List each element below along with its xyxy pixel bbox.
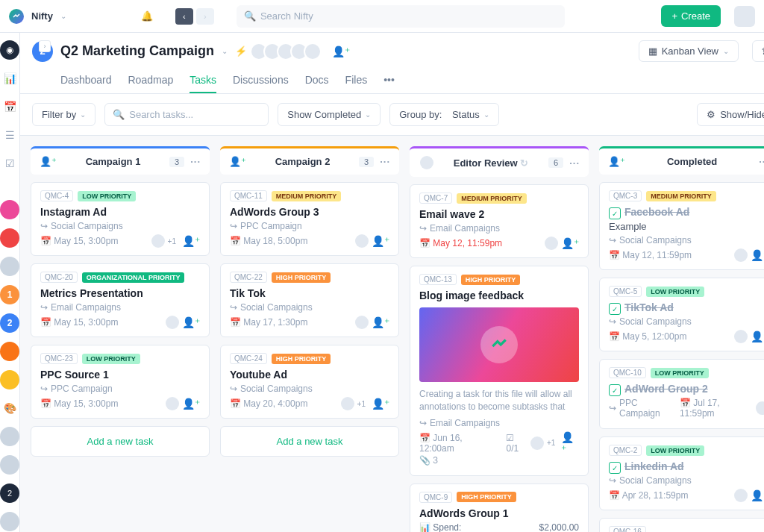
user-avatar-3[interactable] bbox=[0, 512, 19, 531]
column-menu[interactable]: ··· bbox=[190, 156, 201, 167]
column-title: Campaign 2 bbox=[252, 156, 353, 167]
list-icon[interactable]: ☰ bbox=[0, 125, 19, 145]
task-card[interactable]: QMC-23LOW PRIORITYPPC Source 1↪PPC Campa… bbox=[31, 345, 210, 419]
workspace-chevron-icon[interactable]: ⌄ bbox=[60, 12, 66, 20]
user-avatar[interactable] bbox=[734, 6, 755, 27]
brand-name[interactable]: Nifty bbox=[31, 10, 53, 22]
create-button[interactable]: +Create bbox=[661, 5, 721, 27]
project-icon-3[interactable] bbox=[0, 257, 19, 276]
project-badge-1[interactable]: 1 bbox=[0, 285, 19, 304]
member-avatars[interactable] bbox=[254, 43, 322, 60]
sidebar: ◉ 📊 📅 ☰ ☑ 1 2 🎨 2 bbox=[0, 33, 20, 532]
show-completed-button[interactable]: Show Completed⌄ bbox=[278, 103, 381, 126]
project-icon-6[interactable]: 🎨 bbox=[0, 398, 19, 418]
add-assignee[interactable]: 👤⁺ bbox=[372, 316, 389, 328]
assignee-avatar[interactable] bbox=[355, 234, 369, 248]
global-search[interactable]: 🔍 Search Nifty bbox=[237, 5, 565, 28]
project-badge-2[interactable]: 2 bbox=[0, 313, 19, 333]
add-assignee[interactable]: 👤⁺ bbox=[561, 237, 579, 249]
bolt-icon[interactable]: ⚡ bbox=[235, 46, 247, 57]
task-card[interactable]: QMC-7MEDIUM PRIORITYEmail wave 2↪Email C… bbox=[410, 184, 589, 258]
notification-bell-icon[interactable]: 🔔 bbox=[141, 10, 153, 22]
add-assignee[interactable]: 👤⁺ bbox=[182, 316, 200, 328]
task-card[interactable]: QMC-11MEDIUM PRIORITYAdWords Group 3↪PPC… bbox=[220, 182, 399, 256]
task-card[interactable]: QMC-3MEDIUM PRIORITY✓Facebook AdExample↪… bbox=[599, 182, 764, 270]
tab-docs[interactable]: Docs bbox=[305, 68, 329, 93]
task-card[interactable]: QMC-10LOW PRIORITY✓AdWord Group 2↪PPC Ca… bbox=[599, 359, 764, 429]
project-icon-2[interactable] bbox=[0, 228, 19, 248]
task-card[interactable]: QMC-16✓Monday Meeting📅 Apr 25, 11:59pm+1 bbox=[599, 518, 764, 532]
tab-discussions[interactable]: Discussions bbox=[233, 68, 289, 93]
assign-icon[interactable]: 👤⁺ bbox=[40, 156, 57, 167]
assignee-avatar[interactable] bbox=[166, 397, 179, 410]
add-assignee[interactable]: 👤⁺ bbox=[751, 489, 764, 501]
add-assignee[interactable]: 👤⁺ bbox=[751, 331, 764, 342]
sidebar-expand-button[interactable]: › bbox=[39, 40, 51, 52]
assignee-avatar[interactable] bbox=[734, 330, 748, 343]
priority-tag: HIGH PRIORITY bbox=[461, 275, 521, 285]
share-button[interactable]: ⇪ bbox=[752, 40, 764, 62]
nav-forward-button[interactable]: › bbox=[196, 8, 214, 25]
add-assignee[interactable]: 👤⁺ bbox=[182, 398, 200, 410]
task-card[interactable]: QMC-20ORGANIZATIONAL PRIORITYMetrics Pre… bbox=[31, 263, 210, 337]
show-hide-button[interactable]: ⚙Show/Hide bbox=[697, 103, 764, 126]
assignee-avatar[interactable] bbox=[166, 316, 179, 329]
task-card[interactable]: QMC-24HIGH PRIORITYYoutube Ad↪Social Cam… bbox=[220, 345, 399, 419]
assign-icon[interactable]: 👤⁺ bbox=[608, 156, 625, 167]
add-assignee[interactable]: 👤⁺ bbox=[561, 431, 579, 455]
tab-roadmap[interactable]: Roadmap bbox=[128, 68, 174, 93]
project-chevron-icon[interactable]: ⌄ bbox=[222, 47, 228, 55]
analytics-icon[interactable]: 📊 bbox=[0, 69, 19, 88]
user-avatar-2[interactable] bbox=[0, 455, 19, 475]
column-menu[interactable]: ··· bbox=[569, 157, 580, 169]
project-icon-5[interactable] bbox=[0, 370, 19, 389]
view-selector[interactable]: ▦ Kanban View ⌄ bbox=[639, 40, 739, 62]
add-task-button[interactable]: Add a new task bbox=[31, 426, 210, 457]
assignee-avatar[interactable] bbox=[545, 237, 558, 250]
priority-tag: LOW PRIORITY bbox=[646, 287, 704, 297]
filter-button[interactable]: Filter by⌄ bbox=[32, 103, 96, 126]
add-assignee[interactable]: 👤⁺ bbox=[372, 235, 389, 247]
add-task-button[interactable]: Add a new task bbox=[220, 426, 399, 457]
tab-dashboard[interactable]: Dashboard bbox=[60, 68, 112, 93]
project-icon-4[interactable] bbox=[0, 342, 19, 361]
assignee-avatar[interactable] bbox=[530, 436, 544, 450]
task-card[interactable]: QMC-22HIGH PRIORITYTik Tok↪Social Campai… bbox=[220, 263, 399, 337]
task-title: PPC Source 1 bbox=[40, 369, 200, 381]
assignee-avatar[interactable] bbox=[151, 234, 165, 248]
assignee-avatar[interactable] bbox=[355, 316, 369, 329]
assignee-avatar[interactable] bbox=[734, 489, 748, 502]
count-badge[interactable]: 2 bbox=[0, 484, 19, 503]
task-card[interactable]: QMC-5LOW PRIORITY✓TikTok Ad↪Social Campa… bbox=[599, 278, 764, 351]
settings-icon: ⚙ bbox=[707, 109, 716, 120]
task-milestone: ↪Email Campaigns bbox=[419, 223, 579, 234]
group-by-selector[interactable]: Group by: Status⌄ bbox=[389, 103, 499, 126]
task-card[interactable]: QMC-13HIGH PRIORITYBlog image feedbackCr… bbox=[410, 266, 589, 476]
column-menu[interactable]: ··· bbox=[759, 156, 764, 167]
column-menu[interactable]: ··· bbox=[380, 156, 390, 167]
compass-icon[interactable]: ◉ bbox=[0, 40, 19, 60]
assignee-avatar[interactable] bbox=[341, 397, 354, 410]
checklist-icon[interactable]: ☑ bbox=[0, 154, 19, 173]
project-icon-1[interactable] bbox=[0, 200, 19, 219]
tab-tasks[interactable]: Tasks bbox=[190, 68, 216, 93]
user-avatar-1[interactable] bbox=[0, 427, 19, 446]
tab-more[interactable]: ••• bbox=[383, 68, 395, 93]
add-assignee[interactable]: 👤⁺ bbox=[751, 249, 764, 261]
calendar-icon[interactable]: 📅 bbox=[0, 97, 19, 116]
project-title[interactable]: Q2 Marketing Campaign bbox=[60, 43, 214, 59]
task-search[interactable]: 🔍Search tasks... bbox=[104, 103, 269, 126]
task-card[interactable]: QMC-4LOW PRIORITYInstagram Ad↪Social Cam… bbox=[31, 182, 210, 256]
task-card[interactable]: QMC-9HIGH PRIORITYAdWords Group 1📊 Spend… bbox=[410, 484, 589, 532]
task-title: Instagram Ad bbox=[40, 206, 200, 218]
nav-back-button[interactable]: ‹ bbox=[175, 8, 193, 25]
task-card[interactable]: QMC-2LOW PRIORITY✓Linkedin Ad↪Social Cam… bbox=[599, 436, 764, 510]
add-member-button[interactable]: 👤⁺ bbox=[332, 46, 350, 57]
assignee-avatar[interactable] bbox=[734, 248, 748, 262]
column-title: Editor Review ↻ bbox=[439, 157, 542, 169]
add-assignee[interactable]: 👤⁺ bbox=[372, 398, 389, 410]
priority-tag: LOW PRIORITY bbox=[82, 354, 140, 364]
tab-files[interactable]: Files bbox=[345, 68, 368, 93]
assign-icon[interactable]: 👤⁺ bbox=[229, 156, 246, 167]
add-assignee[interactable]: 👤⁺ bbox=[182, 235, 200, 247]
